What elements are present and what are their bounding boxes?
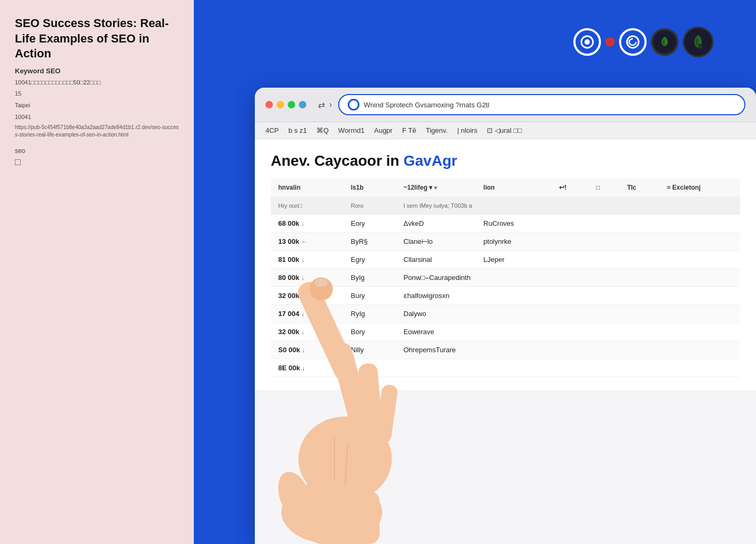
- sidebar-meta-line2: 15: [15, 89, 179, 99]
- cell-num-2: 13 00k ←: [271, 232, 343, 250]
- toolbar-item-7[interactable]: Tigenv.: [426, 126, 448, 134]
- top-icon-1: [573, 28, 601, 56]
- svg-point-3: [698, 44, 702, 49]
- sidebar-meta-city: Taipei: [15, 101, 179, 110]
- table-row: 32 00k ↓ Bury ɛhalfowigrosxn: [271, 286, 740, 304]
- cell-num-6: 17 004 ↓: [271, 304, 343, 322]
- table-row: 68 00k ↓ Eory ΔvkeD RuCroves: [271, 214, 740, 233]
- toolbar-item-5[interactable]: Augpr: [374, 126, 393, 134]
- page-content-heading: Anev. Caycaoor in GavAgr: [271, 152, 740, 170]
- page-title: SEO Success Stories: Real-Life Examples …: [15, 16, 179, 62]
- top-icon-3: [651, 28, 678, 56]
- cell-num-4: 80 00k ↓: [271, 268, 343, 286]
- table-row: 17 004 ↓ RyIg Dalywo: [271, 304, 740, 322]
- cell-desc-8: OhrepemsTurare: [396, 341, 552, 359]
- subheader-3: I sem IMey iudya; T003b a: [396, 197, 740, 214]
- table-row: 32 00k ↓ Bory Eowerave: [271, 322, 740, 341]
- sidebar-url: https://pub-5c454f571b8e40a3a2aad27ade84…: [15, 124, 179, 139]
- cell-desc-7: Eowerave: [396, 322, 552, 341]
- toolbar-item-9[interactable]: ⊡ ◁ural □□: [487, 126, 522, 134]
- table-subheader-row: Hry oun□ Roro I sem IMey iudya; T003b a: [271, 197, 740, 214]
- nav-back-icon[interactable]: ⇄: [318, 100, 325, 110]
- table-header-3: ~12lifeg ▾ ▾: [396, 178, 476, 197]
- toolbar-item-2[interactable]: b s z1: [288, 126, 307, 134]
- toolbar-item-9-label: ⊡ ◁ural □□: [487, 126, 522, 134]
- table-header-2: ls1b: [343, 178, 396, 197]
- cell-name-6: RyIg: [343, 304, 396, 322]
- traffic-light-green[interactable]: [288, 101, 295, 108]
- toolbar-item-4-label: Worrnd1: [338, 126, 365, 134]
- browser-address-bar[interactable]: Wnind Sprotech Gvsarnoxing ?rnats G2tl: [338, 94, 745, 115]
- cell-desc-1a: ΔvkeD: [396, 214, 476, 233]
- browser-nav: ⇄ ›: [318, 100, 332, 110]
- sidebar-meta-line1: 10041□□□□□□□□□□□□50□22□□□: [15, 78, 179, 88]
- cell-desc-1b: RuCroves: [476, 214, 552, 233]
- browser-window: ⇄ › Wnind Sprotech Gvsarnoxing ?rnats G2…: [255, 88, 756, 544]
- main-area: ⇄ › Wnind Sprotech Gvsarnoxing ?rnats G2…: [194, 0, 756, 544]
- table-row: S0 00k ↓ Nilly OhrepemsTurare: [271, 341, 740, 359]
- toolbar-item-1[interactable]: 4CP: [265, 126, 279, 134]
- table-header-6: □: [589, 178, 620, 197]
- cell-num-9: 8E 00k ↓: [271, 359, 343, 377]
- address-text: Wnind Sprotech Gvsarnoxing ?rnats G2tl: [364, 101, 736, 109]
- table-header-row: hnvalin ls1b ~12lifeg ▾ ▾ lion: [271, 178, 740, 197]
- cell-num-3: 81 00k ↓: [271, 250, 343, 268]
- sidebar-icon: □: [15, 157, 179, 168]
- cell-name-2: ByR§: [343, 232, 396, 250]
- heading-part2: GavAgr: [403, 152, 457, 169]
- address-circle-icon: [348, 99, 359, 110]
- subheader-2: Roro: [343, 197, 396, 214]
- top-icon-dot: [605, 37, 615, 47]
- top-icons-area: [573, 27, 714, 57]
- data-table: hnvalin ls1b ~12lifeg ▾ ▾ lion: [271, 178, 740, 377]
- cell-name-4: ByIg: [343, 268, 396, 286]
- nav-forward-icon[interactable]: ›: [329, 100, 332, 109]
- table-header-8: ≈ Excietonj: [659, 178, 740, 197]
- toolbar-item-7-label: Tigenv.: [426, 126, 448, 134]
- cell-desc-6: Dalywo: [396, 304, 552, 322]
- svg-point-1: [585, 39, 590, 45]
- cell-name-3: Egry: [343, 250, 396, 268]
- top-icon-2: [619, 28, 647, 56]
- cell-desc-5: ɛhalfowigrosxn: [396, 286, 552, 304]
- sidebar-tag: seo: [15, 147, 179, 155]
- table-row: 81 00k ↓ Egry Cllarsinal LJeper: [271, 250, 740, 268]
- cell-name-8: Nilly: [343, 341, 396, 359]
- toolbar-item-6[interactable]: F Tē: [402, 126, 416, 134]
- subheader-1: Hry oun□: [271, 197, 343, 214]
- toolbar-item-6-label: F Tē: [402, 126, 416, 134]
- browser-toolbar: 4CP b s z1 ⌘Q Worrnd1 Augpr F Tē Tigenv.…: [255, 122, 756, 139]
- cell-desc-2a: Clane⊢lo: [396, 232, 476, 250]
- traffic-light-red[interactable]: [265, 101, 273, 108]
- toolbar-item-1-label: 4CP: [265, 126, 279, 134]
- traffic-lights: [265, 101, 306, 108]
- cell-desc-4: Ponw□‒Caurapedinth: [396, 268, 552, 286]
- heading-part1: Anev. Caycaoor in: [271, 152, 399, 169]
- cell-desc-2b: ptolynrke: [476, 232, 552, 250]
- browser-content: Anev. Caycaoor in GavAgr hnvalin ls1b ~1…: [255, 139, 756, 390]
- cell-name-7: Bory: [343, 322, 396, 341]
- toolbar-item-4[interactable]: Worrnd1: [338, 126, 365, 134]
- filter-icon[interactable]: ▾: [434, 185, 437, 191]
- table-header-5: ↩!: [552, 178, 589, 197]
- toolbar-item-3-label: ⌘Q: [316, 126, 329, 134]
- top-icon-4: [683, 27, 714, 57]
- table-header-1: hnvalin: [271, 178, 343, 197]
- browser-topbar: ⇄ › Wnind Sprotech Gvsarnoxing ?rnats G2…: [255, 88, 756, 122]
- traffic-light-yellow[interactable]: [277, 101, 284, 108]
- cell-desc-3a: Cllarsinal: [396, 250, 476, 268]
- cell-name-5: Bury: [343, 286, 396, 304]
- toolbar-item-5-label: Augpr: [374, 126, 393, 134]
- table-row: 80 00k ↓ ByIg Ponw□‒Caurapedinth: [271, 268, 740, 286]
- sidebar: SEO Success Stories: Real-Life Examples …: [0, 0, 194, 544]
- table-header-4: lion: [476, 178, 552, 197]
- toolbar-item-8[interactable]: | nloirs: [457, 126, 477, 134]
- sidebar-meta-code: 10041: [15, 113, 179, 122]
- traffic-light-blue[interactable]: [299, 101, 306, 108]
- toolbar-item-3[interactable]: ⌘Q: [316, 126, 329, 134]
- toolbar-item-2-label: b s z1: [288, 126, 307, 134]
- cell-num-7: 32 00k ↓: [271, 322, 343, 341]
- table-row: 8E 00k ↓: [271, 359, 740, 377]
- table-row: 13 00k ← ByR§ Clane⊢lo ptolynrke: [271, 232, 740, 250]
- table-header-7: Tlc: [620, 178, 659, 197]
